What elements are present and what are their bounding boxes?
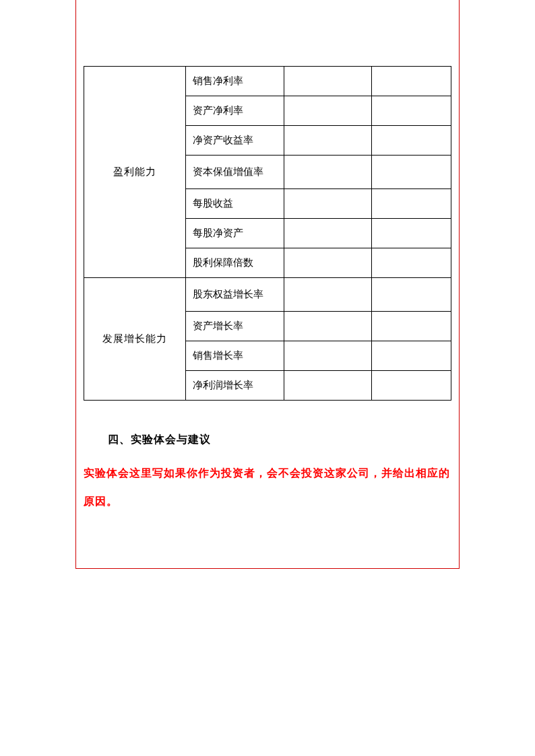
value-cell: [372, 67, 451, 96]
table-row: 盈利能力 销售净利率: [84, 67, 451, 96]
value-cell: [284, 312, 372, 341]
value-cell: [372, 156, 451, 189]
value-cell: [372, 312, 451, 341]
value-cell: [372, 371, 451, 401]
metric-cell: 销售净利率: [186, 67, 284, 96]
value-cell: [372, 219, 451, 248]
metric-cell: 股东权益增长率: [186, 278, 284, 312]
value-cell: [284, 156, 372, 189]
metrics-table: 盈利能力 销售净利率 资产净利率 净资产收益率 资本保值增值率 每股收益 每股净…: [84, 66, 451, 401]
value-cell: [372, 96, 451, 126]
metric-cell: 资产净利率: [186, 96, 284, 126]
section-body: 实验体会这里写如果你作为投资者，会不会投资这家公司，并给出相应的原因。: [84, 459, 451, 515]
page-content: 盈利能力 销售净利率 资产净利率 净资产收益率 资本保值增值率 每股收益 每股净…: [84, 66, 451, 515]
metric-cell: 资本保值增值率: [186, 156, 284, 189]
metric-cell: 每股收益: [186, 189, 284, 219]
metric-cell: 净资产收益率: [186, 126, 284, 156]
value-cell: [372, 189, 451, 219]
value-cell: [284, 278, 372, 312]
value-cell: [372, 341, 451, 371]
table-row: 发展增长能力 股东权益增长率: [84, 278, 451, 312]
metric-cell: 销售增长率: [186, 341, 284, 371]
value-cell: [372, 126, 451, 156]
metric-cell: 每股净资产: [186, 219, 284, 248]
value-cell: [284, 371, 372, 401]
category-cell: 盈利能力: [84, 67, 186, 278]
section-title: 四、实验体会与建议: [108, 433, 451, 447]
metric-cell: 股利保障倍数: [186, 248, 284, 278]
metric-cell: 资产增长率: [186, 312, 284, 341]
value-cell: [284, 189, 372, 219]
value-cell: [372, 278, 451, 312]
category-cell: 发展增长能力: [84, 278, 186, 401]
value-cell: [284, 219, 372, 248]
value-cell: [284, 126, 372, 156]
value-cell: [284, 341, 372, 371]
metric-cell: 净利润增长率: [186, 371, 284, 401]
value-cell: [284, 248, 372, 278]
value-cell: [284, 67, 372, 96]
value-cell: [284, 96, 372, 126]
value-cell: [372, 248, 451, 278]
